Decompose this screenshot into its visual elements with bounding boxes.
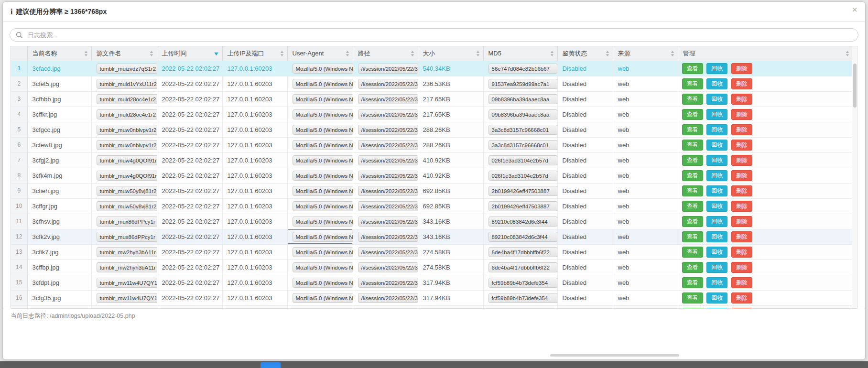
- md5-pill[interactable]: 2b0199426eff47503887: [488, 186, 558, 196]
- view-button[interactable]: 查看: [682, 292, 703, 303]
- source-filename-pill[interactable]: tumblr_muld1vYxU11r2: [97, 79, 157, 89]
- path-pill[interactable]: /i/session/2022/05/22/3: [358, 109, 418, 119]
- path-pill[interactable]: /i/session/2022/05/22/3: [358, 278, 418, 288]
- path-pill[interactable]: /i/session/2022/05/22/3: [358, 94, 418, 104]
- view-button[interactable]: 查看: [682, 124, 703, 135]
- view-button[interactable]: 查看: [682, 94, 703, 105]
- log-search-input[interactable]: [23, 29, 858, 41]
- recycle-button[interactable]: 回收: [706, 124, 727, 135]
- delete-button[interactable]: 删除: [731, 277, 752, 288]
- md5-pill[interactable]: 026f1e3ad3104e2b57d: [488, 171, 558, 181]
- delete-button[interactable]: 删除: [731, 185, 752, 196]
- recycle-button[interactable]: 回收: [706, 216, 727, 227]
- md5-pill[interactable]: 89210c083842d6c3f44: [488, 216, 558, 227]
- md5-pill[interactable]: 09b8396ba394aaec8aa: [488, 109, 558, 119]
- md5-pill[interactable]: 3a3c8d3157c96668c01: [488, 125, 558, 135]
- column-header[interactable]: 鉴黄状态 ▲▼: [557, 46, 613, 61]
- view-button[interactable]: 查看: [682, 308, 703, 309]
- md5-pill[interactable]: 2b0199426eff47503887: [488, 201, 558, 211]
- sort-icon[interactable]: ▲▼: [606, 50, 609, 57]
- md5-pill[interactable]: 6de4ba4f17dbbbffb6f22: [488, 262, 558, 272]
- md5-pill[interactable]: 89210c083842d6c3f44: [488, 232, 558, 242]
- delete-button[interactable]: 删除: [731, 201, 752, 212]
- column-header[interactable]: 来源 ▲▼: [613, 46, 678, 61]
- source-filename-pill[interactable]: tumblr_muld28oc4e1r2: [97, 94, 157, 104]
- delete-button[interactable]: 删除: [731, 308, 752, 309]
- path-pill[interactable]: /i/session/2022/05/22/3: [358, 232, 418, 242]
- delete-button[interactable]: 删除: [731, 216, 752, 227]
- table-row[interactable]: 10 3cffgr.jpg tumblr_muw50y8vj81r2 2022-…: [11, 198, 853, 214]
- sort-icon[interactable]: ▲▼: [476, 50, 480, 57]
- md5-pill[interactable]: 91537ea9259d99ac7a1: [488, 79, 558, 89]
- delete-button[interactable]: 删除: [731, 292, 752, 303]
- user-agent-pill[interactable]: Mozilla/5.0 (Windows N: [293, 232, 353, 242]
- table-row[interactable]: 15 3cfdpt.jpg tumblr_mw11w4U7QY1 2022-05…: [11, 275, 853, 290]
- source-filename-pill[interactable]: tumblr_muw4g0QOf91r: [97, 155, 157, 165]
- source-filename-pill[interactable]: tumblr_muizvdz7qS1r2: [97, 64, 157, 74]
- table-row[interactable]: 5 3cfgcc.jpg tumblr_muw0nblvpv1r2 2022-0…: [11, 122, 853, 137]
- delete-button[interactable]: 删除: [731, 247, 752, 258]
- md5-pill[interactable]: 09b8396ba394aaec8aa: [488, 94, 558, 104]
- table-row[interactable]: 4 3cffkr.jpg tumblr_muld28oc4e1r2 2022-0…: [11, 107, 853, 122]
- delete-button[interactable]: 删除: [731, 231, 752, 242]
- user-agent-pill[interactable]: Mozilla/5.0 (Windows N: [293, 262, 353, 272]
- view-button[interactable]: 查看: [682, 63, 703, 74]
- recycle-button[interactable]: 回收: [706, 109, 727, 120]
- table-row[interactable]: 2 3cfet5.jpg tumblr_muld1vYxU11r2 2022-0…: [11, 76, 853, 91]
- table-row[interactable]: 11 3cfhsv.jpg tumblr_mux86dPPcy1r 2022-0…: [11, 214, 853, 229]
- recycle-button[interactable]: 回收: [706, 78, 727, 89]
- path-pill[interactable]: /i/session/2022/05/22/3: [358, 140, 418, 150]
- source-filename-pill[interactable]: tumblr_muld28oc4e1r2: [97, 109, 157, 119]
- user-agent-pill[interactable]: Mozilla/5.0 (Windows N: [293, 186, 353, 196]
- md5-pill[interactable]: fcf59b89b4b73defe354: [488, 293, 558, 303]
- md5-pill[interactable]: 026f1e3ad3104e2b57d: [488, 155, 558, 165]
- column-header[interactable]: 上传时间 ▼: [157, 46, 222, 61]
- table-row[interactable]: 1 3cfacd.jpg tumblr_muizvdz7qS1r2 2022-0…: [11, 61, 853, 76]
- source-filename-pill[interactable]: tumblr_muw4g0QOf91r: [97, 171, 157, 181]
- table-row[interactable]: 12 3cfk2v.jpg tumblr_mux86dPPcy1r 2022-0…: [11, 229, 853, 244]
- path-pill[interactable]: /i/session/2022/05/22/3: [358, 125, 418, 135]
- column-header[interactable]: MD5 ▲▼: [483, 46, 557, 61]
- delete-button[interactable]: 删除: [731, 124, 752, 135]
- sort-icon[interactable]: ▲▼: [346, 50, 349, 57]
- recycle-button[interactable]: 回收: [706, 140, 727, 151]
- source-filename-pill[interactable]: tumblr_mw2hyh3bA11r: [97, 247, 157, 257]
- column-header[interactable]: 上传IP及端口 ▲▼: [222, 46, 287, 61]
- vertical-scrollbar-thumb[interactable]: [853, 64, 857, 108]
- delete-button[interactable]: 删除: [731, 262, 752, 273]
- recycle-button[interactable]: 回收: [706, 170, 727, 181]
- path-pill[interactable]: /i/session/2022/05/22/3: [358, 155, 418, 165]
- view-button[interactable]: 查看: [682, 216, 703, 227]
- view-button[interactable]: 查看: [682, 140, 703, 151]
- table-row[interactable]: 3 3cfhbb.jpg tumblr_muld28oc4e1r2 2022-0…: [11, 91, 853, 107]
- delete-button[interactable]: 删除: [731, 140, 752, 151]
- path-pill[interactable]: /i/session/2022/05/22/3: [358, 64, 418, 74]
- recycle-button[interactable]: 回收: [706, 155, 727, 166]
- vertical-scrollbar[interactable]: [852, 46, 857, 308]
- hidden-pagination-fragment[interactable]: [260, 362, 281, 368]
- path-pill[interactable]: /i/session/2022/05/22/3: [358, 262, 418, 272]
- close-icon[interactable]: ×: [852, 5, 857, 14]
- column-header[interactable]: 管理 ▲▼: [678, 46, 853, 61]
- source-filename-pill[interactable]: tumblr_mw11w4U7QY1: [97, 278, 157, 288]
- user-agent-pill[interactable]: Mozilla/5.0 (Windows N: [293, 94, 353, 104]
- user-agent-pill[interactable]: Mozilla/5.0 (Windows N: [293, 109, 353, 119]
- table-row[interactable]: 6 3cfew8.jpg tumblr_muw0nblvpv1r2 2022-0…: [11, 137, 853, 152]
- md5-pill[interactable]: 3a3c8d3157c96668c01: [488, 140, 558, 150]
- user-agent-pill[interactable]: Mozilla/5.0 (Windows N: [293, 278, 353, 288]
- source-filename-pill[interactable]: tumblr_muw50y8vj81r2: [97, 186, 157, 196]
- path-pill[interactable]: /i/session/2022/05/22/3: [358, 186, 418, 196]
- source-filename-pill[interactable]: tumblr_muw50y8vj81r2: [97, 201, 157, 211]
- delete-button[interactable]: 删除: [731, 109, 752, 120]
- sort-icon[interactable]: ▲▼: [411, 50, 414, 57]
- delete-button[interactable]: 删除: [731, 170, 752, 181]
- recycle-button[interactable]: 回收: [706, 63, 727, 74]
- path-pill[interactable]: /i/session/2022/05/22/3: [358, 247, 418, 257]
- table-row[interactable]: 9 3cfieh.jpg tumblr_muw50y8vj81r2 2022-0…: [11, 183, 853, 198]
- delete-button[interactable]: 删除: [731, 94, 752, 105]
- view-button[interactable]: 查看: [682, 78, 703, 89]
- view-button[interactable]: 查看: [682, 247, 703, 258]
- path-pill[interactable]: [358, 308, 418, 309]
- recycle-button[interactable]: 回收: [706, 201, 727, 212]
- user-agent-pill[interactable]: Mozilla/5.0 (Windows N: [293, 64, 353, 74]
